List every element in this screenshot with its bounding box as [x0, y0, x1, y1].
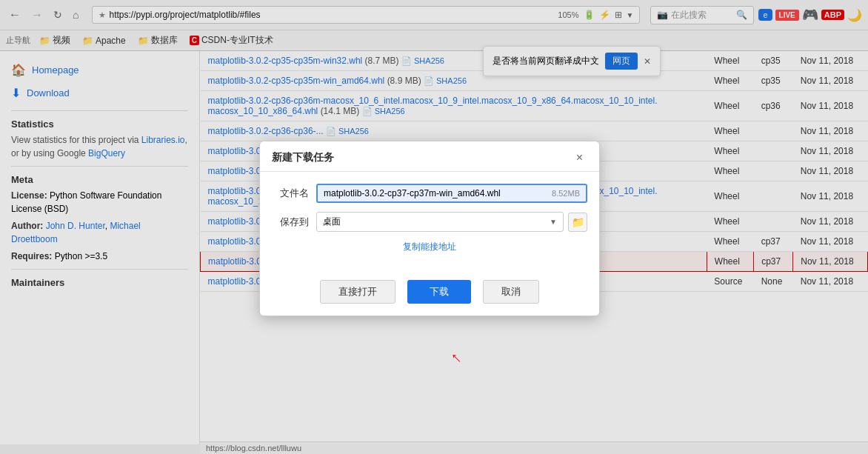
type-cell: Wheel: [707, 121, 753, 141]
download-dialog: 新建下载任务 × 文件名 matplotlib-3.0.2-cp37-cp37m…: [259, 141, 600, 316]
libraries-link[interactable]: Libraries.io: [141, 135, 185, 145]
author1-link[interactable]: John D. Hunter: [46, 221, 105, 231]
date-cell: Nov 11, 2018: [793, 71, 868, 91]
address-text: https://pypi.org/project/matplotlib/#fil…: [109, 10, 558, 20]
table-row: matplotlib-3.0.2-cp36-cp36m-macosx_10_6_…: [201, 91, 868, 121]
python-cell: cp37: [754, 232, 793, 252]
ie-btn[interactable]: e: [758, 9, 772, 21]
maintainers-title: Maintainers: [11, 277, 188, 288]
license-item: License: Python Software Foundation Lice…: [11, 189, 188, 216]
bookmark-videos[interactable]: 📁 视频: [36, 33, 73, 48]
filename-field[interactable]: matplotlib-3.0.2-cp37-cp37m-win_amd64.wh…: [316, 184, 587, 203]
translate-close[interactable]: ✕: [644, 56, 651, 67]
battery-icon: 🔋: [584, 10, 595, 20]
file-link[interactable]: matplotlib-3.0.2-cp36-cp36-...: [208, 126, 324, 136]
bigquery-link[interactable]: BigQuery: [88, 148, 125, 158]
bookmark-label-3: 数据库: [151, 34, 178, 47]
status-bar: https://blog.csdn.net/llluwu: [200, 441, 868, 444]
date-cell: Nov 11, 2018: [793, 232, 868, 252]
bookmark-csdn[interactable]: C CSDN-专业IT技术: [187, 33, 276, 48]
file-link[interactable]: matplotlib-3.0.2-cp36-cp36m-macosx_10_6_…: [208, 96, 658, 116]
date-cell: Nov 11, 2018: [793, 141, 868, 161]
dialog-close-button[interactable]: ×: [572, 150, 587, 165]
python-cell: [754, 121, 793, 141]
folder-browse-button[interactable]: 📁: [568, 213, 587, 232]
file-cell: matplotlib-3.0.2-cp36-cp36m-macosx_10_6_…: [201, 91, 707, 121]
bookmark-database[interactable]: 📁 数据库: [135, 33, 181, 48]
copy-link[interactable]: 复制能接地址: [272, 241, 587, 253]
address-bar[interactable]: ★ https://pypi.org/project/matplotlib/#f…: [92, 6, 640, 24]
file-cell: matplotlib-3.0.2-cp36-cp36-... 📄 SHA256: [201, 121, 707, 141]
type-cell: Wheel: [707, 252, 753, 272]
download-icon: ⬇: [11, 86, 21, 100]
translate-text: 是否将当前网页翻译成中文: [493, 55, 599, 67]
filename-label: 文件名: [272, 187, 309, 200]
search-icon[interactable]: 🔍: [736, 10, 747, 20]
python-cell: cp35: [754, 51, 793, 71]
sidebar-divider-3: [11, 269, 188, 270]
open-button[interactable]: 直接打开: [320, 280, 395, 304]
saveto-select[interactable]: 桌面 ▼: [316, 212, 564, 232]
python-cell: cp36: [754, 91, 793, 121]
folder-icon: 📁: [572, 216, 584, 228]
forward-btn[interactable]: →: [28, 8, 46, 21]
type-cell: Wheel: [707, 181, 753, 212]
file-size: (14.1 MB): [321, 106, 362, 116]
python-cell: [754, 212, 793, 232]
grid-icon: ⊞: [615, 10, 622, 20]
file-size: (8.9 MB): [387, 76, 424, 86]
file-link[interactable]: matplotlib-3.0.2-cp35-cp35m-win_amd64.wh…: [208, 76, 385, 86]
folder-icon-3: 📁: [138, 36, 149, 46]
sha256-link[interactable]: 📄 SHA256: [401, 56, 444, 66]
download-label: Download: [27, 87, 70, 99]
csdn-icon: C: [190, 36, 199, 45]
dialog-body: 文件名 matplotlib-3.0.2-cp37-cp37m-win_amd6…: [260, 172, 599, 274]
requires-item: Requires: Python >=3.5: [11, 250, 188, 263]
live-btn[interactable]: LIVE: [775, 10, 799, 21]
sidebar-nav-download[interactable]: ⬇ Download: [11, 81, 188, 104]
browser-right-icons: e LIVE 🎮 ABP 🌙: [758, 7, 862, 23]
abp-btn[interactable]: ABP: [821, 10, 844, 20]
filename-value: matplotlib-3.0.2-cp37-cp37m-win_amd64.wh…: [324, 188, 501, 198]
refresh-btn[interactable]: ↻: [50, 9, 65, 21]
browser-chrome: ← → ↻ ⌂ ★ https://pypi.org/project/matpl…: [0, 0, 868, 51]
bookmark-label-2: Apache: [96, 36, 126, 46]
date-cell: Nov 11, 2018: [793, 181, 868, 212]
type-cell: Wheel: [707, 141, 753, 161]
cancel-button[interactable]: 取消: [483, 280, 539, 304]
meta-title: Meta: [11, 174, 188, 185]
date-cell: Nov 11, 2018: [793, 272, 868, 292]
bookmark-apache[interactable]: 📁 Apache: [79, 34, 129, 47]
dialog-footer: 直接打开 下载 取消: [260, 274, 599, 316]
bookmark-nav-label: 止导航: [6, 35, 30, 46]
date-cell: Nov 11, 2018: [793, 212, 868, 232]
sidebar: 🏠 Homepage ⬇ Download Statistics View st…: [0, 51, 200, 444]
type-cell: Wheel: [707, 71, 753, 91]
bookmarks-bar: 止导航 📁 视频 📁 Apache 📁 数据库 C CSDN-专业IT技术: [0, 30, 868, 50]
sha256-link[interactable]: 📄 SHA256: [326, 127, 369, 136]
sha256-link[interactable]: 📄 SHA256: [424, 76, 467, 86]
type-cell: Wheel: [707, 212, 753, 232]
python-cell: cp37: [754, 252, 793, 272]
translate-button[interactable]: 网页: [605, 53, 638, 70]
search-bar-text[interactable]: 在此搜索: [671, 9, 733, 21]
sha256-link[interactable]: 📄 SHA256: [362, 107, 405, 116]
filename-row: 文件名 matplotlib-3.0.2-cp37-cp37m-win_amd6…: [272, 184, 587, 203]
sidebar-divider-1: [11, 110, 188, 111]
chevron-down-icon[interactable]: ▼: [627, 11, 634, 19]
requires-label: Requires:: [11, 251, 52, 261]
type-cell: Source: [707, 272, 753, 292]
type-cell: Wheel: [707, 232, 753, 252]
camera-icon: 📷: [657, 10, 668, 20]
date-cell: Nov 11, 2018: [793, 161, 868, 181]
translate-banner: 是否将当前网页翻译成中文 网页 ✕: [483, 46, 661, 76]
download-button[interactable]: 下载: [407, 280, 471, 304]
sidebar-nav-homepage[interactable]: 🏠 Homepage: [11, 59, 188, 81]
back-btn[interactable]: ←: [6, 8, 24, 21]
file-link[interactable]: matplotlib-3.0.2-cp35-cp35m-win32.whl: [208, 56, 363, 66]
moon-icon[interactable]: 🌙: [847, 8, 862, 22]
home-btn[interactable]: ⌂: [70, 9, 81, 21]
date-cell: Nov 11, 2018: [793, 252, 868, 272]
home-icon: 🏠: [11, 63, 26, 77]
gamepad-icon[interactable]: 🎮: [802, 7, 818, 23]
